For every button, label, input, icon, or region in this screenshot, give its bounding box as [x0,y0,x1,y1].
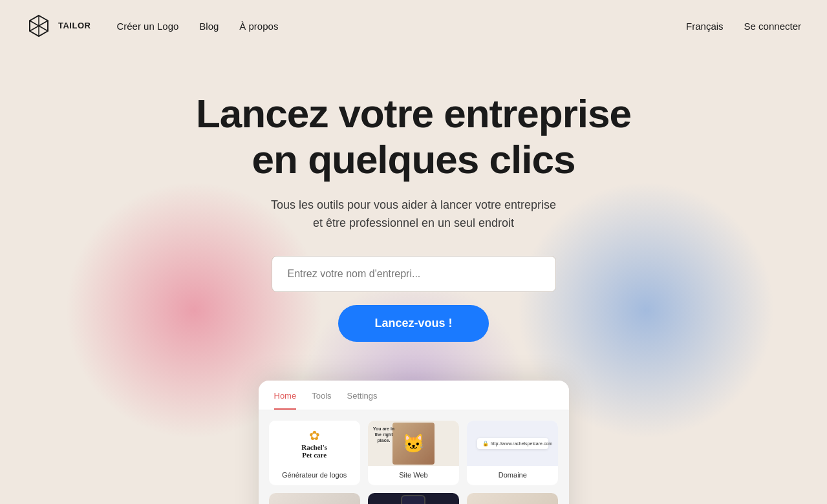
logo-link[interactable]: TAILOR [26,13,91,39]
merch-card-image: 🛍️ [467,493,558,504]
domain-card-image: 🔒 http://www.rachelspetcare.com [467,421,558,466]
card-merch: 🛍️ Merchandising [467,493,558,504]
domain-preview: 🔒 http://www.rachelspetcare.com [467,421,558,466]
app-card-image: Rachel'sPet care [368,493,459,504]
rachel-logo: ✿ Rachel'sPet care [301,428,327,459]
nav-blog[interactable]: Blog [199,21,219,32]
business-name-input[interactable] [272,256,556,292]
tab-settings[interactable]: Settings [347,391,378,410]
nav-about[interactable]: À propos [239,21,278,32]
site-preview: You are inthe rightplace. 🐱 [368,421,459,466]
nav-logo-creator[interactable]: Créer un Logo [116,21,178,32]
nav-login[interactable]: Se connecter [744,21,801,32]
tailor-brands-icon [26,13,52,39]
logo-card-label: Générateur de logos [269,471,360,479]
card-logo: ✿ Rachel'sPet care Générateur de logos [269,421,360,485]
website-card-image: You are inthe rightplace. 🐱 [368,421,459,466]
card-social: 📧 hi@rachelspetcare.com Réseaux sociaux [269,493,360,504]
nav-links: Créer un Logo Blog À propos [116,21,278,32]
dashboard-grid: ✿ Rachel'sPet care Générateur de logos Y… [259,410,569,504]
launch-button[interactable]: Lancez-vous ! [338,305,488,342]
dashboard-tabs: Home Tools Settings [259,381,569,410]
logo-card-image: ✿ Rachel'sPet care [269,421,360,466]
merch-image: 🛍️ [467,493,558,504]
tab-tools[interactable]: Tools [312,391,331,410]
hero-title: Lancez votre entreprise en quelques clic… [13,90,814,183]
phone-mockup: Rachel'sPet care [401,495,425,504]
website-card-label: Site Web [368,471,459,479]
cta-wrapper: Lancez-vous ! [13,305,814,381]
domain-browser: 🔒 http://www.rachelspetcare.com [477,438,548,449]
card-app: Rachel'sPet care Application [368,493,459,504]
social-placeholder: 📧 hi@rachelspetcare.com [269,493,360,504]
hero-subtitle: Tous les outils pour vous aider à lancer… [13,196,814,233]
brand-name: TAILOR [58,21,91,31]
lock-icon: 🔒 [482,441,489,446]
dashboard-preview: Home Tools Settings ✿ Rachel'sPet care G… [259,381,569,504]
rachel-text: Rachel'sPet care [301,443,327,459]
nav-right: Français Se connecter [686,21,801,32]
nav-language[interactable]: Français [686,21,724,32]
cat-image-placeholder: 🐱 [392,423,435,465]
card-domain: 🔒 http://www.rachelspetcare.com Domaine [467,421,558,485]
domain-card-label: Domaine [467,471,558,479]
hero-section: Lancez votre entreprise en quelques clic… [0,52,827,504]
social-card-image: 📧 hi@rachelspetcare.com [269,493,360,504]
card-website: You are inthe rightplace. 🐱 Site Web [368,421,459,485]
domain-url: http://www.rachelspetcare.com [491,441,552,446]
tab-home[interactable]: Home [274,391,297,410]
site-text-overlay: You are inthe rightplace. [373,426,394,443]
hero-input-wrapper [13,256,814,292]
navbar: TAILOR Créer un Logo Blog À propos Franç… [0,0,827,52]
flower-icon: ✿ [301,428,327,443]
